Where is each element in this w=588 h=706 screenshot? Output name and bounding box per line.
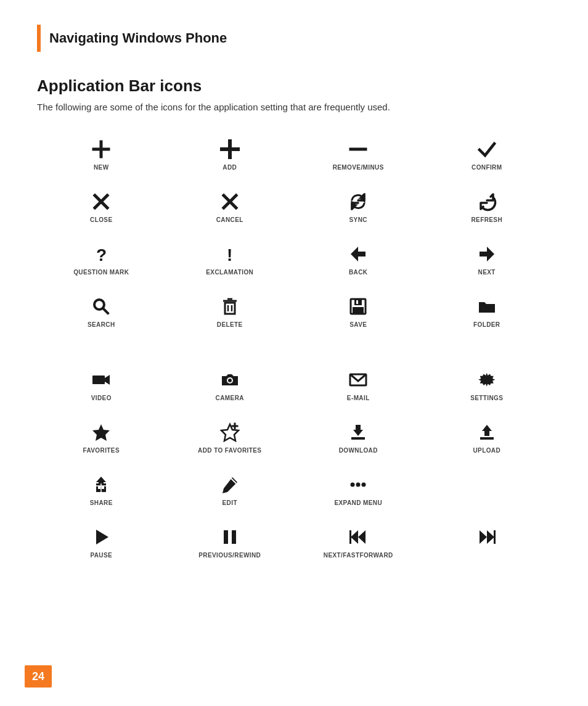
icon-cancel-label: CANCEL: [216, 216, 243, 223]
svg-marker-56: [487, 530, 494, 544]
icon-settings: SETTINGS: [423, 361, 552, 408]
icon-question-mark: ? QUESTION MARK: [37, 236, 166, 282]
icon-cancel: CANCEL: [166, 183, 295, 229]
svg-marker-11: [351, 247, 365, 261]
icon-new-label: NEW: [94, 164, 109, 171]
icon-previous-rewind: NEXT/FASTFORWARD: [294, 519, 423, 565]
svg-marker-53: [358, 530, 365, 544]
icon-remove-minus-label: REMOVE/MINUS: [333, 164, 384, 171]
svg-marker-30: [92, 424, 110, 441]
icon-next-label: NEXT: [478, 269, 496, 276]
svg-rect-24: [92, 376, 105, 384]
svg-marker-25: [105, 375, 110, 385]
icon-camera: CAMERA: [166, 361, 295, 408]
svg-marker-34: [353, 425, 363, 436]
icon-exclamation: ! EXCLAMATION: [166, 236, 295, 282]
icon-settings-label: SETTINGS: [470, 395, 503, 401]
icon-back-label: BACK: [349, 269, 368, 276]
icon-new: NEW: [37, 131, 166, 177]
icon-close: CLOSE: [37, 183, 166, 229]
svg-point-27: [228, 379, 232, 382]
icon-delete: DELETE: [166, 288, 295, 334]
icon-folder: FOLDER: [423, 288, 552, 334]
icon-add: ADD: [166, 131, 295, 177]
icon-play-label: PAUSE: [90, 552, 112, 559]
icon-add-to-favorites-label: ADD TO FAVORITES: [198, 447, 261, 454]
svg-rect-57: [494, 530, 496, 544]
icon-refresh-label: REFRESH: [471, 216, 502, 223]
icon-video-label: VIDEO: [91, 395, 112, 401]
icon-search: SEARCH: [37, 288, 166, 334]
page-number: 24: [25, 665, 52, 688]
svg-text:?: ?: [96, 245, 107, 264]
svg-marker-49: [96, 530, 108, 544]
svg-rect-23: [356, 300, 358, 304]
icon-back: BACK: [294, 236, 423, 282]
icon-favorites-label: FAVORITES: [83, 447, 120, 454]
svg-marker-12: [480, 247, 494, 261]
icon-email-label: E-MAIL: [347, 395, 370, 401]
svg-text:!: !: [227, 245, 232, 264]
icon-video: VIDEO: [37, 361, 166, 408]
svg-rect-54: [349, 530, 351, 544]
icon-upload: UPLOAD: [423, 414, 552, 460]
icon-download: DOWNLOAD: [294, 414, 423, 460]
icon-share: SHARE: [37, 466, 166, 512]
svg-marker-44: [223, 477, 237, 493]
icon-question-mark-label: QUESTION MARK: [73, 269, 129, 276]
icon-share-label: SHARE: [90, 499, 113, 506]
spacer-empty: [423, 466, 552, 512]
icon-next: NEXT: [423, 236, 552, 282]
svg-rect-35: [351, 437, 365, 440]
svg-marker-52: [351, 530, 358, 544]
icon-upload-label: UPLOAD: [473, 447, 500, 454]
section-title: Application Bar icons: [37, 76, 551, 96]
svg-rect-22: [353, 307, 364, 313]
icon-delete-label: DELETE: [217, 321, 243, 328]
icon-folder-label: FOLDER: [473, 321, 500, 328]
spacer: [423, 340, 552, 355]
svg-marker-36: [482, 425, 492, 436]
icon-edit: EDIT: [166, 466, 295, 512]
spacer: [166, 340, 295, 355]
icon-previous-rewind-label: NEXT/FASTFORWARD: [324, 552, 393, 559]
icon-favorites: FAVORITES: [37, 414, 166, 460]
spacer: [37, 340, 166, 355]
icon-expand-menu: EXPAND MENU: [294, 466, 423, 512]
svg-line-14: [103, 308, 108, 313]
orange-accent-bar: [37, 25, 41, 52]
icon-refresh: REFRESH: [423, 183, 552, 229]
icon-expand-menu-label: EXPAND MENU: [334, 499, 382, 506]
icon-email: E-MAIL: [294, 361, 423, 408]
spacer: [294, 340, 423, 355]
icons-grid: NEW ADD REMOVE/MINUS CONFIRM CLOSE CANCE…: [37, 131, 551, 565]
svg-rect-15: [225, 303, 235, 314]
icon-confirm: CONFIRM: [423, 131, 552, 177]
icon-remove-minus: REMOVE/MINUS: [294, 131, 423, 177]
icon-download-label: DOWNLOAD: [339, 447, 378, 454]
icon-play: PAUSE: [37, 519, 166, 565]
icon-search-label: SEARCH: [88, 321, 115, 328]
icon-edit-label: EDIT: [223, 499, 237, 506]
svg-marker-55: [480, 530, 487, 544]
icon-confirm-label: CONFIRM: [472, 164, 502, 171]
svg-point-46: [351, 483, 355, 487]
svg-rect-50: [224, 530, 228, 544]
icon-camera-label: CAMERA: [216, 395, 244, 401]
icon-pause: PREVIOUS/REWIND: [166, 519, 295, 565]
page-title: Navigating Windows Phone: [49, 30, 227, 46]
icon-exclamation-label: EXCLAMATION: [206, 269, 253, 276]
icon-add-label: ADD: [223, 164, 237, 171]
icon-close-label: CLOSE: [90, 216, 112, 223]
section-description: The following are some of the icons for …: [37, 102, 551, 112]
icon-save-label: SAVE: [349, 321, 367, 328]
icon-pause-label: PREVIOUS/REWIND: [198, 552, 261, 559]
svg-rect-37: [480, 437, 494, 440]
svg-rect-51: [232, 530, 236, 544]
icon-save: SAVE: [294, 288, 423, 334]
svg-point-47: [356, 483, 361, 487]
icon-sync-label: SYNC: [349, 216, 367, 223]
icon-next-fastforward: [423, 519, 552, 565]
svg-point-48: [362, 483, 366, 487]
icon-sync: SYNC: [294, 183, 423, 229]
